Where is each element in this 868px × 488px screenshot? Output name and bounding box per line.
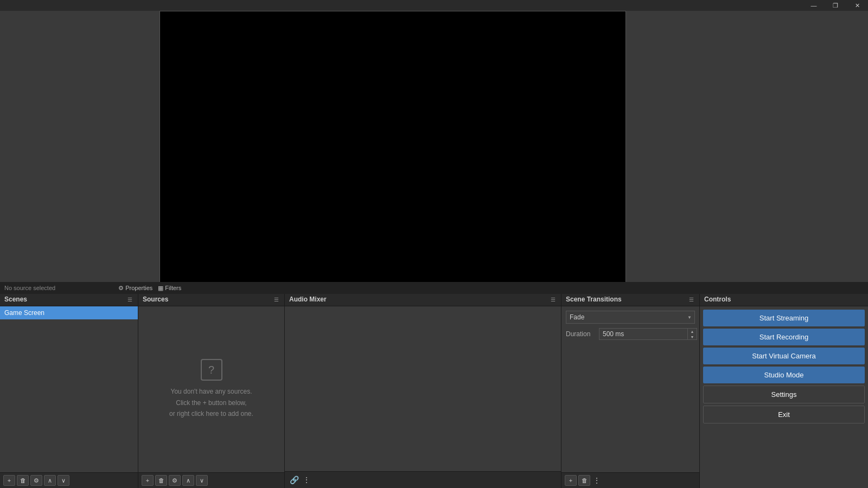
controls-panel: Controls Start Streaming Start Recording… xyxy=(700,293,868,488)
scene-transitions-header: Scene Transitions ☰ xyxy=(561,293,699,306)
source-settings-button[interactable]: ⚙ xyxy=(169,475,181,486)
sources-footer: + 🗑 ⚙ ∧ ∨ xyxy=(138,472,284,488)
transition-type-select[interactable]: Fade xyxy=(566,311,695,324)
filters-icon: ▦ xyxy=(158,285,163,292)
properties-button[interactable]: ⚙ Properties xyxy=(118,285,152,292)
remove-transition-button[interactable]: 🗑 xyxy=(578,475,590,486)
remove-scene-button[interactable]: 🗑 xyxy=(17,475,29,486)
sources-panel: Sources ☰ ? You don't have any sources. … xyxy=(138,293,285,488)
scene-settings-button[interactable]: ⚙ xyxy=(30,475,42,486)
move-source-up-button[interactable]: ∧ xyxy=(182,475,194,486)
audio-mixer-content xyxy=(285,306,561,471)
scenes-footer: + 🗑 ⚙ ∧ ∨ xyxy=(0,472,138,488)
scene-transitions-footer: + 🗑 ⋮ xyxy=(561,472,699,488)
controls-buttons: Start Streaming Start Recording Start Vi… xyxy=(700,306,868,427)
scene-transitions-content: Fade Duration ▲ ▼ xyxy=(561,306,699,344)
properties-label: Properties xyxy=(125,285,152,291)
sources-empty-text: You don't have any sources. Click the + … xyxy=(169,386,253,419)
scenes-list: Game Screen xyxy=(0,306,138,472)
exit-button[interactable]: Exit xyxy=(703,406,865,423)
scenes-title: Scenes xyxy=(4,296,27,303)
scene-item-game-screen[interactable]: Game Screen xyxy=(0,306,138,319)
move-scene-up-button[interactable]: ∧ xyxy=(44,475,56,486)
titlebar: — ❐ ✕ xyxy=(0,0,868,11)
controls-header: Controls xyxy=(700,293,868,306)
add-source-button[interactable]: + xyxy=(142,475,154,486)
props-filters-area: ⚙ Properties ▦ Filters xyxy=(118,285,181,292)
transition-more-button[interactable]: ⋮ xyxy=(592,476,602,485)
start-recording-button[interactable]: Start Recording xyxy=(703,329,865,345)
no-source-label: No source selected xyxy=(4,285,55,291)
audio-more-button[interactable]: ⋮ xyxy=(302,475,311,485)
sources-menu-icon[interactable]: ☰ xyxy=(272,296,280,303)
filters-button[interactable]: ▦ Filters xyxy=(158,285,181,292)
remove-source-button[interactable]: 🗑 xyxy=(155,475,167,486)
filters-label: Filters xyxy=(165,285,181,291)
close-button[interactable]: ✕ xyxy=(846,0,868,11)
move-source-down-button[interactable]: ∨ xyxy=(196,475,208,486)
sources-empty-icon: ? xyxy=(201,359,222,381)
audio-mixer-panel: Audio Mixer ☰ 🔗 ⋮ xyxy=(285,293,561,488)
bottom-panel: Scenes ☰ Game Screen + 🗑 ⚙ ∧ ∨ Sources ☰… xyxy=(0,293,868,488)
duration-spinners: ▲ ▼ xyxy=(688,328,697,340)
audio-mixer-footer: 🔗 ⋮ xyxy=(285,471,561,488)
scene-transitions-panel: Scene Transitions ☰ Fade Duration ▲ ▼ xyxy=(561,293,700,488)
scene-transitions-menu-icon[interactable]: ☰ xyxy=(687,296,695,303)
scenes-menu-icon[interactable]: ☰ xyxy=(126,296,133,303)
transition-type-select-wrapper: Fade xyxy=(566,311,695,324)
add-transition-button[interactable]: + xyxy=(565,475,577,486)
properties-icon: ⚙ xyxy=(118,285,124,292)
settings-button[interactable]: Settings xyxy=(703,386,865,403)
audio-link-button[interactable]: 🔗 xyxy=(288,474,300,486)
audio-mixer-header: Audio Mixer ☰ xyxy=(285,293,561,306)
audio-mixer-menu-icon[interactable]: ☰ xyxy=(549,296,557,303)
duration-label: Duration xyxy=(566,330,596,338)
add-scene-button[interactable]: + xyxy=(3,475,15,486)
sources-header: Sources ☰ xyxy=(138,293,284,306)
duration-increment-button[interactable]: ▲ xyxy=(688,329,697,334)
duration-input[interactable] xyxy=(599,328,688,340)
scenes-header: Scenes ☰ xyxy=(0,293,138,306)
start-streaming-button[interactable]: Start Streaming xyxy=(703,310,865,326)
studio-mode-button[interactable]: Studio Mode xyxy=(703,367,865,383)
move-scene-down-button[interactable]: ∨ xyxy=(58,475,69,486)
status-bar: No source selected ⚙ Properties ▦ Filter… xyxy=(0,282,868,294)
controls-title: Controls xyxy=(704,296,731,303)
scene-transitions-title: Scene Transitions xyxy=(566,296,622,303)
duration-input-wrapper: ▲ ▼ xyxy=(599,328,697,340)
sources-title: Sources xyxy=(143,296,168,303)
duration-row: Duration ▲ ▼ xyxy=(566,328,695,340)
minimize-button[interactable]: — xyxy=(803,0,825,11)
audio-mixer-title: Audio Mixer xyxy=(289,296,327,303)
preview-canvas xyxy=(159,11,626,290)
duration-decrement-button[interactable]: ▼ xyxy=(688,334,697,339)
start-virtual-camera-button[interactable]: Start Virtual Camera xyxy=(703,348,865,364)
restore-button[interactable]: ❐ xyxy=(825,0,846,11)
sources-empty-area: ? You don't have any sources. Click the … xyxy=(138,306,284,472)
scenes-panel: Scenes ☰ Game Screen + 🗑 ⚙ ∧ ∨ xyxy=(0,293,138,488)
